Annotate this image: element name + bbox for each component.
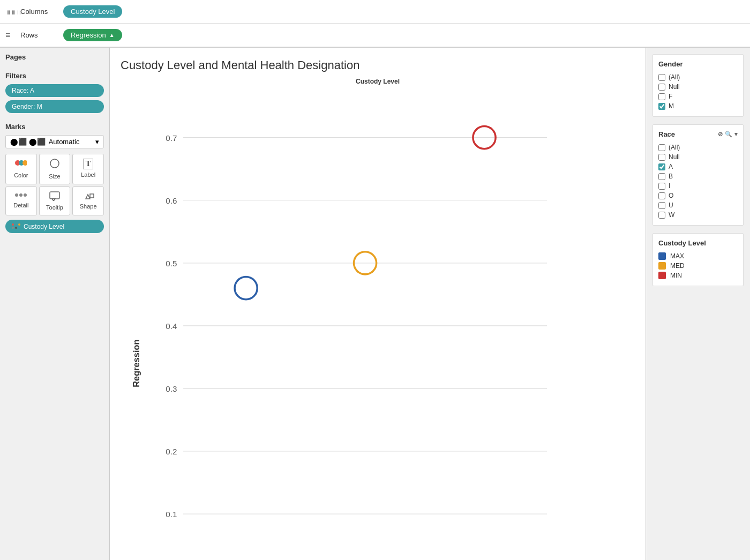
race-label-u: U (669, 201, 673, 209)
legend-item-min: MIN (658, 271, 738, 280)
race-search-icon[interactable]: 🔍 (725, 131, 732, 138)
svg-rect-10 (90, 194, 94, 198)
columns-icon: ⫼⫼⫼ (5, 9, 16, 15)
race-filter-card: Race ⊘ 🔍 ▾ (All) Null A B (652, 124, 744, 226)
svg-point-6 (24, 193, 27, 197)
marks-type-dropdown[interactable]: ⬤⬛ ⬤⬛ Automatic ▾ (5, 135, 104, 148)
main-area: Pages Filters Race: A Gender: M Marks ⬤⬛… (0, 48, 750, 560)
svg-point-12 (15, 223, 17, 226)
race-label-b: B (669, 173, 673, 180)
chart-x-axis-title: Custody Level (121, 78, 635, 85)
race-checkbox-u[interactable] (658, 202, 665, 209)
svg-point-14 (12, 227, 14, 229)
legend-label-max: MAX (670, 252, 684, 260)
rows-pill-text: Regression (71, 31, 106, 39)
svg-marker-8 (52, 199, 55, 201)
gender-label-all: (All) (669, 73, 680, 81)
race-label-all: (All) (669, 144, 680, 151)
shape-label: Shape (80, 203, 97, 210)
marks-detail-button[interactable]: Detail (5, 186, 37, 215)
svg-text:0.5: 0.5 (166, 259, 177, 268)
rows-label: Rows (20, 31, 63, 39)
gender-filter-card: Gender (All) Null F M (652, 54, 744, 117)
marks-size-button[interactable]: Size (39, 154, 71, 184)
filters-title: Filters (5, 72, 104, 80)
dropdown-chevron-icon: ▾ (95, 138, 99, 146)
left-panel: Pages Filters Race: A Gender: M Marks ⬤⬛… (0, 48, 110, 560)
custody-level-legend-title: Custody Level (658, 239, 738, 247)
race-item-o: O (658, 191, 738, 200)
svg-text:0.6: 0.6 (166, 196, 177, 205)
race-checkbox-all[interactable] (658, 144, 665, 151)
rows-shelf: ≡ Rows Regression ▲ (0, 24, 750, 47)
gender-checkbox-m[interactable] (658, 103, 665, 110)
custody-level-pill[interactable]: Custody Level (5, 220, 104, 233)
race-item-all: (All) (658, 143, 738, 152)
marks-tooltip-button[interactable]: Tooltip (39, 186, 71, 215)
race-checkbox-a[interactable] (658, 163, 665, 170)
race-item-a: A (658, 162, 738, 171)
filter-race[interactable]: Race: A (5, 84, 104, 97)
detail-label: Detail (13, 202, 28, 208)
marks-buttons-grid: Color Size T Label Detail (5, 154, 104, 215)
pages-section: Pages (5, 53, 104, 65)
right-panel: Gender (All) Null F M Race (646, 48, 750, 560)
race-filter-title: Race ⊘ 🔍 ▾ (658, 130, 738, 138)
pages-title: Pages (5, 53, 104, 61)
race-checkbox-b[interactable] (658, 173, 665, 180)
race-label-w: W (669, 211, 674, 219)
custody-pill-label: Custody Level (24, 223, 64, 230)
marks-color-button[interactable]: Color (5, 154, 37, 184)
race-checkbox-w[interactable] (658, 212, 665, 219)
chart-title: Custody Level and Mental Health Designat… (121, 58, 635, 72)
gender-label-m: M (669, 102, 674, 110)
svg-point-3 (50, 159, 59, 168)
race-label-i: I (669, 182, 670, 190)
legend-item-med: MED (658, 261, 738, 271)
legend-swatch-min (658, 272, 666, 279)
gender-checkbox-all[interactable] (658, 74, 665, 81)
shape-icon (82, 191, 94, 201)
marks-title: Marks (5, 123, 104, 131)
marks-type-label: Automatic (49, 138, 80, 146)
svg-point-13 (18, 223, 20, 226)
marks-shape-button[interactable]: Shape (72, 186, 104, 215)
legend-swatch-max (658, 252, 666, 260)
legend-label-min: MIN (670, 272, 682, 279)
gender-item-f: F (658, 92, 738, 101)
gender-item-m: M (658, 101, 738, 111)
race-item-b: B (658, 171, 738, 181)
gender-checkbox-null[interactable] (658, 84, 665, 91)
color-icon (15, 159, 27, 170)
chart-area: Custody Level and Mental Health Designat… (110, 48, 646, 560)
race-item-null: Null (658, 152, 738, 162)
filter-gender[interactable]: Gender: M (5, 100, 104, 113)
race-checkbox-o[interactable] (658, 192, 665, 199)
custody-level-legend: Custody Level MAX MED MIN (652, 233, 744, 286)
race-dropdown-icon[interactable]: ▾ (734, 131, 738, 138)
datapoint-max[interactable] (235, 277, 257, 300)
tooltip-icon (49, 191, 60, 202)
columns-label: Columns (20, 8, 63, 16)
race-checkbox-i[interactable] (658, 183, 665, 190)
rows-pill[interactable]: Regression ▲ (63, 29, 122, 41)
gender-item-null: Null (658, 82, 738, 92)
marks-label-button[interactable]: T Label (72, 154, 104, 184)
race-checkbox-null[interactable] (658, 154, 665, 161)
svg-marker-9 (86, 195, 90, 199)
svg-text:0.4: 0.4 (166, 322, 177, 331)
race-item-w: W (658, 210, 738, 220)
svg-text:0.7: 0.7 (166, 133, 177, 143)
chart-y-axis-title: Regression (131, 340, 141, 387)
race-filter-icon[interactable]: ⊘ (718, 131, 723, 138)
svg-text:0.2: 0.2 (166, 447, 177, 456)
legend-swatch-med (658, 262, 666, 270)
race-item-i: I (658, 181, 738, 191)
race-item-u: U (658, 200, 738, 210)
gender-label-f: F (669, 93, 672, 100)
columns-pill[interactable]: Custody Level (63, 5, 122, 18)
gender-checkbox-f[interactable] (658, 93, 665, 100)
rows-icon: ≡ (5, 31, 16, 40)
size-icon (49, 159, 61, 171)
label-icon: T (83, 159, 93, 169)
